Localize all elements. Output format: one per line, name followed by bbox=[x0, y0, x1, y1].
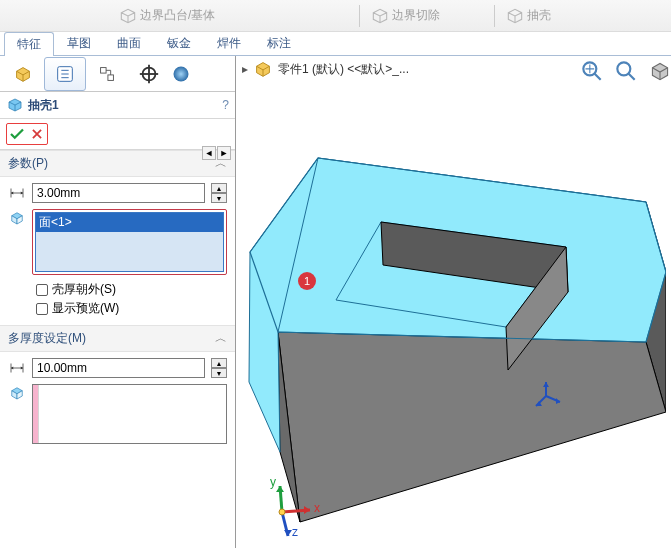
multi-thickness-header[interactable]: 多厚度设定(M) ︿ bbox=[0, 325, 235, 352]
face-triad-icon bbox=[526, 376, 566, 416]
feature-manager-tab[interactable] bbox=[2, 57, 44, 91]
shell-feature-icon bbox=[6, 96, 24, 114]
svg-rect-5 bbox=[108, 74, 114, 80]
list-gutter bbox=[33, 385, 39, 443]
view-tools bbox=[579, 58, 665, 84]
svg-line-15 bbox=[628, 73, 635, 80]
faces-to-remove-list[interactable]: 面<1> bbox=[32, 209, 227, 275]
toolbar-divider-2 bbox=[494, 5, 495, 27]
svg-line-13 bbox=[594, 73, 601, 80]
part-tree-label: 零件1 (默认) <<默认>_... bbox=[278, 61, 409, 78]
property-icon bbox=[54, 63, 76, 85]
params-section-header[interactable]: 参数(P) ︿ bbox=[0, 150, 235, 177]
nav-left-button[interactable]: ◄ bbox=[202, 146, 216, 160]
dimension-d1-icon bbox=[8, 185, 26, 201]
property-manager: ◄ ► 抽壳1 ? 参数(P) ︿ ▲ ▼ bbox=[0, 56, 236, 548]
multi-d1-spinner: ▲ ▼ bbox=[211, 358, 227, 378]
multi-thickness-body: ▲ ▼ bbox=[0, 352, 235, 456]
help-button[interactable]: ? bbox=[222, 98, 229, 112]
svg-rect-4 bbox=[101, 67, 107, 73]
view-orientation-icon[interactable] bbox=[647, 58, 671, 84]
graphics-viewport[interactable]: ▸ 零件1 (默认) <<默认>_... 1 bbox=[236, 56, 671, 548]
part-icon bbox=[252, 58, 274, 80]
cube-icon bbox=[118, 6, 138, 26]
origin-triad: x y z bbox=[258, 472, 328, 542]
axis-x-label: x bbox=[314, 501, 320, 515]
multi-d1-input[interactable] bbox=[32, 358, 205, 378]
cut-cube-icon bbox=[370, 6, 390, 26]
params-section-body: ▲ ▼ 面<1> 壳厚朝外(S) 显示预览(W) bbox=[0, 177, 235, 325]
config-icon bbox=[96, 63, 118, 85]
globe-icon bbox=[171, 63, 191, 85]
shell-label: 抽壳 bbox=[527, 7, 551, 24]
spin-down-button[interactable]: ▼ bbox=[211, 193, 227, 203]
feature-header: 抽壳1 ? bbox=[0, 92, 235, 119]
tab-annotate[interactable]: 标注 bbox=[254, 31, 304, 55]
property-manager-tab[interactable] bbox=[44, 57, 86, 91]
spin-down-button[interactable]: ▼ bbox=[211, 368, 227, 378]
manager-tabs: ◄ ► bbox=[0, 56, 235, 92]
feature-tree-icon bbox=[12, 63, 34, 85]
shell-outward-label: 壳厚朝外(S) bbox=[52, 281, 116, 298]
shell-outward-checkbox[interactable] bbox=[36, 284, 48, 296]
config-manager-tab[interactable] bbox=[86, 57, 128, 91]
cut-label: 边界切除 bbox=[392, 7, 440, 24]
dimension-d1-icon bbox=[8, 360, 26, 376]
appearance-tab[interactable] bbox=[170, 57, 192, 91]
shell-group: 抽壳 bbox=[505, 6, 551, 26]
tab-sketch[interactable]: 草图 bbox=[54, 31, 104, 55]
show-preview-checkbox[interactable] bbox=[36, 303, 48, 315]
callout-1: 1 bbox=[298, 272, 316, 290]
svg-point-22 bbox=[279, 509, 285, 515]
nav-right-button[interactable]: ► bbox=[217, 146, 231, 160]
axis-z-label: z bbox=[292, 525, 298, 539]
face-selection-icon bbox=[8, 209, 26, 227]
top-toolbar: 边界凸台/基体 边界切除 抽壳 bbox=[0, 0, 671, 32]
params-title: 参数(P) bbox=[8, 155, 48, 172]
spin-up-button[interactable]: ▲ bbox=[211, 183, 227, 193]
manager-nav-arrows: ◄ ► bbox=[202, 146, 231, 160]
toolbar-divider bbox=[359, 5, 360, 27]
axis-y-label: y bbox=[270, 475, 276, 489]
feature-name: 抽壳1 bbox=[28, 97, 59, 114]
boundary-cut-group: 边界切除 bbox=[370, 6, 440, 26]
show-preview-label: 显示预览(W) bbox=[52, 300, 119, 317]
zoom-area-icon[interactable] bbox=[613, 58, 639, 84]
chevron-up-icon: ︿ bbox=[215, 330, 227, 347]
tab-feature[interactable]: 特征 bbox=[4, 32, 54, 56]
d1-spinner: ▲ ▼ bbox=[211, 183, 227, 203]
shell-cube-icon bbox=[505, 6, 525, 26]
crosshair-icon bbox=[138, 63, 160, 85]
multi-thickness-title: 多厚度设定(M) bbox=[8, 330, 86, 347]
flyout-tree[interactable]: ▸ 零件1 (默认) <<默认>_... bbox=[242, 58, 409, 80]
command-tabs: 特征 草图 曲面 钣金 焊件 标注 bbox=[0, 32, 671, 56]
svg-point-11 bbox=[174, 66, 189, 81]
multi-thickness-faces-list[interactable] bbox=[32, 384, 227, 444]
d1-thickness-input[interactable] bbox=[32, 183, 205, 203]
cancel-x-icon[interactable] bbox=[30, 127, 44, 141]
face-selection-icon bbox=[8, 384, 26, 402]
ok-check-icon[interactable] bbox=[8, 125, 26, 143]
zoom-fit-icon[interactable] bbox=[579, 58, 605, 84]
spin-up-button[interactable]: ▲ bbox=[211, 358, 227, 368]
tree-expand-icon[interactable]: ▸ bbox=[242, 62, 248, 76]
selected-face-item[interactable]: 面<1> bbox=[36, 213, 223, 232]
dimxpert-tab[interactable] bbox=[128, 57, 170, 91]
tab-sheetmetal[interactable]: 钣金 bbox=[154, 31, 204, 55]
tab-surface[interactable]: 曲面 bbox=[104, 31, 154, 55]
ok-cancel-bar bbox=[0, 119, 235, 150]
boss-label: 边界凸台/基体 bbox=[140, 7, 215, 24]
tab-weld[interactable]: 焊件 bbox=[204, 31, 254, 55]
boundary-boss-group: 边界凸台/基体 bbox=[118, 6, 215, 26]
